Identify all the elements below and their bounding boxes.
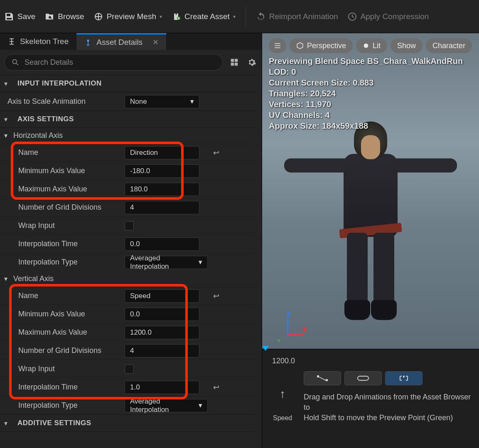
section-additive-settings[interactable]: ▾ ADDITIVE SETTINGS — [0, 414, 255, 432]
close-tab-icon[interactable]: ✕ — [152, 38, 159, 47]
preview-mesh-label: Preview Mesh — [107, 12, 156, 21]
show-button[interactable]: Show — [391, 38, 423, 53]
timeline-marker-icon — [262, 346, 269, 351]
h-max-input[interactable] — [125, 183, 199, 196]
reset-button[interactable]: ↩ — [204, 148, 228, 157]
tab-label: Asset Details — [96, 38, 142, 47]
search-icon — [11, 58, 20, 66]
sub-title: Vertical Axis — [13, 274, 54, 283]
section-input-interpolation[interactable]: ▾ INPUT INTERPOLATION — [0, 75, 255, 92]
subheader-horizontal-axis[interactable]: ▾ Horizontal Axis — [0, 128, 255, 143]
speed-axis: ↑ Speed — [273, 391, 292, 422]
chevron-down-icon: ▾ — [4, 275, 7, 283]
lit-button[interactable]: Lit — [356, 38, 387, 53]
reimport-icon — [256, 12, 266, 22]
dropdown-caret-icon: ▾ — [233, 14, 236, 20]
preview-mesh-button[interactable]: Preview Mesh ▾ — [92, 9, 164, 24]
v-min-input[interactable] — [125, 308, 199, 321]
character-button[interactable]: Character — [426, 38, 472, 53]
h-name-input[interactable] — [125, 146, 199, 159]
tab-asset-details[interactable]: Asset Details ✕ — [76, 33, 167, 50]
apply-compression-button[interactable]: Apply Compression — [346, 9, 431, 24]
hint-line: Hold Shift to move the Preview Point (Gr… — [304, 413, 472, 423]
svg-rect-7 — [231, 63, 234, 66]
h-grid-input[interactable] — [125, 201, 199, 214]
v-wrap-checkbox[interactable] — [125, 365, 134, 374]
prop-label: Interpolation Time — [0, 240, 125, 248]
toolbar-separator — [246, 6, 246, 27]
browse-button[interactable]: Browse — [43, 9, 86, 24]
viewport-toolbar: Perspective Lit Show Character — [269, 38, 472, 53]
btn-label: Lit — [373, 42, 381, 50]
mesh-icon — [93, 12, 103, 22]
compression-icon — [347, 12, 357, 22]
h-min-input[interactable] — [125, 164, 199, 178]
prop-label: Number of Grid Divisions — [0, 203, 125, 212]
perspective-button[interactable]: Perspective — [290, 38, 353, 53]
save-label: Save — [17, 12, 35, 21]
hint-line: Drag and Drop Animations from the Asset … — [304, 392, 472, 413]
subheader-vertical-axis[interactable]: ▾ Vertical Axis — [0, 271, 255, 286]
timeline-value: 1200.0 — [272, 357, 472, 365]
v-grid-input[interactable] — [125, 344, 199, 357]
axis-gizmo: Z X Y — [279, 316, 304, 340]
save-icon — [4, 12, 14, 22]
h-time-input[interactable] — [125, 237, 199, 251]
reimport-animation-button[interactable]: Reimport Animation — [254, 9, 340, 24]
tab-label: Skeleton Tree — [20, 37, 69, 46]
details-panel: Skeleton Tree Asset Details ✕ ▾ INPUT IN… — [0, 33, 262, 448]
prop-label: Axis to Scale Animation — [0, 97, 125, 106]
h-type-dropdown[interactable]: Averaged Interpolation▾ — [125, 256, 208, 269]
prop-label: Interpolation Time — [0, 383, 125, 392]
svg-point-9 — [364, 44, 368, 48]
save-button[interactable]: Save — [2, 9, 37, 24]
stats-title: Previewing Blend Space BS_Chara_WalkAndR… — [269, 56, 463, 66]
reset-button[interactable]: ↩ — [204, 291, 228, 301]
chevron-down-icon: ▾ — [199, 258, 202, 267]
axis-to-scale-dropdown[interactable]: None ▾ — [125, 95, 199, 108]
folder-search-icon — [44, 12, 54, 22]
search-input[interactable] — [25, 58, 216, 67]
x-axis-label: X — [302, 326, 307, 334]
details-scroll[interactable]: ▾ INPUT INTERPOLATION Axis to Scale Anim… — [0, 75, 262, 448]
tab-skeleton-tree[interactable]: Skeleton Tree — [0, 33, 76, 50]
prop-label: Number of Grid Divisions — [0, 346, 125, 355]
prop-label: Minimum Axis Value — [0, 166, 125, 175]
search-box[interactable] — [4, 54, 223, 71]
prop-axis-to-scale: Axis to Scale Animation None ▾ — [0, 92, 255, 110]
prop-v-grid: Number of Grid Divisions — [0, 341, 255, 360]
prop-label: Interpolation Type — [0, 258, 125, 267]
prop-v-min: Minimum Axis Value — [0, 305, 255, 323]
prop-h-time: Interpolation Time — [0, 235, 255, 253]
prop-h-min: Minimum Axis Value — [0, 162, 255, 180]
create-asset-button[interactable]: Create Asset ▾ — [169, 9, 237, 24]
view-grid-icon[interactable] — [228, 56, 240, 68]
graph-mode-2[interactable] — [344, 371, 382, 385]
prop-label: Interpolation Type — [0, 401, 125, 410]
v-type-dropdown[interactable]: Averaged Interpolation▾ — [125, 399, 208, 412]
graph-mode-3[interactable] — [385, 371, 423, 385]
v-time-input[interactable] — [125, 381, 199, 394]
section-axis-settings[interactable]: ▾ AXIS SETTINGS — [0, 110, 255, 128]
settings-gear-icon[interactable] — [246, 56, 258, 68]
stats-value: 20,524 — [310, 89, 336, 98]
dropdown-caret-icon: ▾ — [160, 14, 162, 20]
y-axis-label: Y — [277, 338, 281, 344]
h-wrap-checkbox[interactable] — [125, 221, 134, 230]
chevron-down-icon: ▾ — [199, 401, 202, 410]
stats-value: 11,970 — [306, 100, 331, 109]
dropdown-value: Averaged Interpolation — [130, 254, 199, 271]
graph-mode-1[interactable] — [304, 371, 341, 385]
viewport-menu-button[interactable] — [269, 38, 286, 53]
v-name-input[interactable] — [125, 289, 199, 303]
chevron-down-icon: ▾ — [190, 97, 194, 106]
v-max-input[interactable] — [125, 326, 199, 339]
reset-button[interactable]: ↩ — [204, 383, 228, 392]
viewport[interactable]: Perspective Lit Show Character Previewin… — [262, 33, 479, 349]
prop-v-name: Name ↩ — [0, 286, 255, 305]
chevron-down-icon: ▾ — [4, 132, 7, 140]
character-mesh — [292, 107, 450, 340]
blendspace-panel[interactable]: 1200.0 Drag and Drop Animations from the… — [262, 349, 479, 448]
stats-value: 0.883 — [353, 78, 373, 87]
stats-value: 0 — [291, 67, 296, 76]
